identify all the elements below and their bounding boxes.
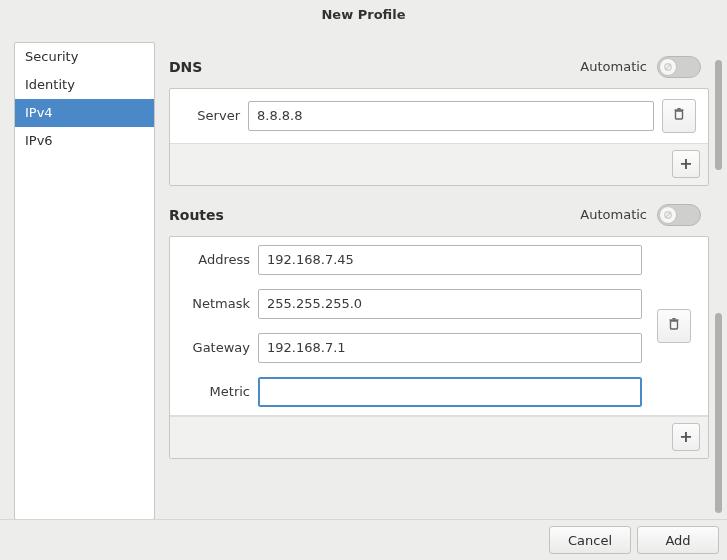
dialog-body: Security Identity IPv4 IPv6 DNS Automati… <box>0 30 727 519</box>
sidebar-item-label: IPv4 <box>25 105 53 120</box>
route-address-label: Address <box>176 252 250 267</box>
routes-panel: Address Netmask Gateway <box>169 236 709 459</box>
route-gateway-label: Gateway <box>176 340 250 355</box>
route-metric-label: Metric <box>176 384 250 399</box>
content: DNS Automatic Server <box>155 42 713 519</box>
svg-rect-4 <box>677 108 680 110</box>
plus-icon: + <box>679 429 692 445</box>
scrollbar[interactable] <box>713 42 727 519</box>
dns-server-delete-button[interactable] <box>662 99 696 133</box>
dns-automatic-switch[interactable] <box>657 56 701 78</box>
action-bar: Cancel Add <box>0 519 727 560</box>
dns-panel: Server <box>169 88 709 186</box>
dialog-window: New Profile Security Identity IPv4 IPv6 <box>0 0 727 560</box>
plus-icon: + <box>679 156 692 172</box>
routes-automatic-label: Automatic <box>580 207 647 222</box>
dns-server-input[interactable] <box>248 101 654 131</box>
window-title: New Profile <box>321 7 405 22</box>
sidebar-item-security[interactable]: Security <box>15 43 154 71</box>
route-gateway-row: Gateway <box>176 333 642 363</box>
titlebar: New Profile <box>0 0 727 30</box>
route-entry: Address Netmask Gateway <box>170 237 708 416</box>
routes-automatic-switch[interactable] <box>657 204 701 226</box>
add-button[interactable]: Add <box>637 526 719 554</box>
routes-title: Routes <box>169 207 580 223</box>
svg-line-6 <box>666 212 671 217</box>
routes-add-row: + <box>170 416 708 458</box>
cancel-button[interactable]: Cancel <box>549 526 631 554</box>
switch-off-icon <box>659 58 677 76</box>
dns-server-label: Server <box>176 108 240 123</box>
routes-header: Routes Automatic <box>169 204 709 226</box>
sidebar-item-label: Identity <box>25 77 75 92</box>
route-address-input[interactable] <box>258 245 642 275</box>
route-netmask-row: Netmask <box>176 289 642 319</box>
dns-header: DNS Automatic <box>169 56 709 78</box>
sidebar: Security Identity IPv4 IPv6 <box>14 42 155 520</box>
sidebar-item-ipv4[interactable]: IPv4 <box>15 99 154 127</box>
switch-off-icon <box>659 206 677 224</box>
svg-rect-9 <box>672 318 675 320</box>
route-metric-row: Metric <box>176 377 642 407</box>
route-fields: Address Netmask Gateway <box>170 237 648 415</box>
sidebar-item-ipv6[interactable]: IPv6 <box>15 127 154 155</box>
scroll-thumb[interactable] <box>715 60 722 170</box>
route-delete-button[interactable] <box>657 309 691 343</box>
svg-rect-7 <box>671 321 678 329</box>
trash-icon <box>667 317 681 334</box>
route-address-row: Address <box>176 245 642 275</box>
route-delete-column <box>648 237 708 415</box>
dns-add-button[interactable]: + <box>672 150 700 178</box>
routes-add-button[interactable]: + <box>672 423 700 451</box>
svg-line-1 <box>666 64 671 69</box>
svg-rect-3 <box>675 110 684 112</box>
dns-title: DNS <box>169 59 580 75</box>
sidebar-item-label: IPv6 <box>25 133 53 148</box>
content-wrap: DNS Automatic Server <box>155 42 727 519</box>
svg-rect-8 <box>670 320 679 322</box>
dns-automatic-label: Automatic <box>580 59 647 74</box>
svg-rect-2 <box>676 111 683 119</box>
sidebar-item-identity[interactable]: Identity <box>15 71 154 99</box>
route-metric-input[interactable] <box>258 377 642 407</box>
route-netmask-input[interactable] <box>258 289 642 319</box>
dns-server-row: Server <box>170 89 708 143</box>
dns-add-row: + <box>170 143 708 185</box>
routes-section: Routes Automatic Address <box>169 204 709 459</box>
sidebar-item-label: Security <box>25 49 78 64</box>
route-netmask-label: Netmask <box>176 296 250 311</box>
dns-section: DNS Automatic Server <box>169 56 709 186</box>
route-gateway-input[interactable] <box>258 333 642 363</box>
trash-icon <box>672 107 686 124</box>
scroll-thumb[interactable] <box>715 313 722 513</box>
